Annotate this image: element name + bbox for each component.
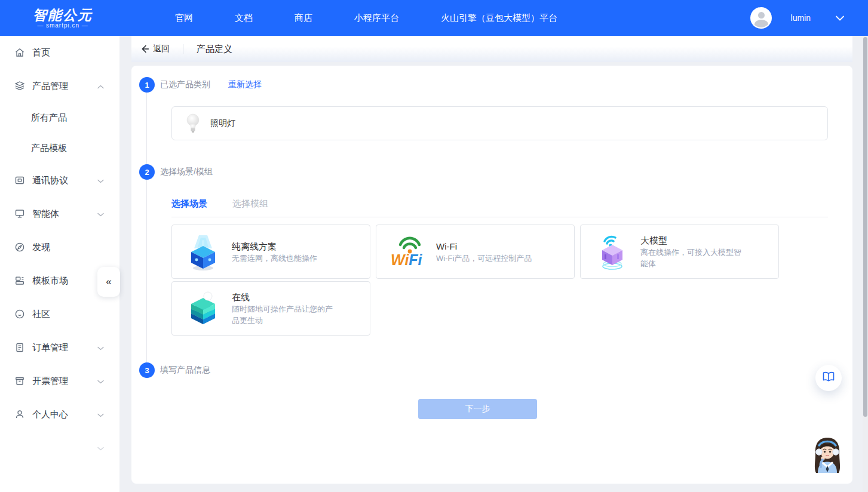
open-book-icon — [822, 371, 835, 385]
sidebar-item-product-templates[interactable]: 产品模板 — [0, 133, 119, 164]
user-icon — [14, 409, 25, 420]
step-3-header: 填写产品信息 — [160, 362, 210, 378]
compass-icon — [14, 242, 25, 253]
sidebar-item-home[interactable]: 首页 — [0, 36, 119, 69]
sidebar-item-invoice-management[interactable]: 开票管理 — [0, 364, 119, 398]
sidebar-item-label: 开票管理 — [32, 376, 68, 387]
step-2-badge: 2 — [139, 164, 155, 180]
lightbulb-icon — [185, 113, 201, 134]
sidebar-item-label: 产品管理 — [32, 81, 68, 92]
sidebar-item-communication-protocol[interactable]: 通讯协议 — [0, 164, 119, 197]
scenario-card-llm[interactable]: 大模型 离在线操作，可接入大模型智能体 — [580, 225, 779, 279]
chevron-down-icon — [97, 175, 104, 186]
sidebar-item-label: 所有产品 — [31, 112, 67, 124]
tab-select-scene[interactable]: 选择场景 — [171, 198, 207, 210]
step-1-label: 已选产品类别 — [160, 79, 210, 90]
scenario-card-offline[interactable]: 纯离线方案 无需连网，离线也能操作 — [171, 225, 370, 279]
sidebar-collapse-button[interactable]: « — [97, 267, 120, 297]
scenario-card-online[interactable]: 在线 随时随地可操作产品让您的产品更生动 — [171, 281, 370, 336]
scenario-desc: Wi-Fi产品，可远程控制产品 — [436, 253, 532, 264]
avatar[interactable] — [750, 7, 772, 29]
product-definition-panel: 1 已选产品类别 重新选择 照明灯 2 选择场景/模组 选择场景 — [131, 66, 852, 484]
sidebar-item-label: 个人中心 — [32, 409, 68, 420]
scene-module-tabs: 选择场景 选择模组 — [171, 198, 268, 210]
reselect-link[interactable]: 重新选择 — [228, 79, 262, 90]
assistant-avatar[interactable] — [807, 436, 848, 476]
community-icon — [14, 309, 25, 319]
step-1-header: 已选产品类别 重新选择 — [160, 77, 262, 93]
svg-text:WiFi: WiFi — [391, 251, 423, 268]
app-header: 智能公元 — smartpi.cn — 官网 文档 商店 小程序平台 火山引擎（… — [0, 0, 868, 36]
selected-product-name: 照明灯 — [210, 118, 235, 129]
nav-item-volcano-engine-platform[interactable]: 火山引擎（豆包大模型）平台 — [420, 0, 578, 36]
sidebar-item-order-management[interactable]: 订单管理 — [0, 331, 119, 364]
step-2-label: 选择场景/模组 — [160, 167, 213, 177]
scenario-title: Wi-Fi — [436, 240, 532, 253]
nav-item-official-site[interactable]: 官网 — [154, 0, 214, 36]
step-connector-line — [146, 85, 147, 370]
sidebar-item-product-management[interactable]: 产品管理 — [0, 69, 119, 103]
back-arrow-icon — [140, 44, 149, 54]
chevron-down-icon — [97, 208, 104, 219]
sidebar: 首页 产品管理 所有产品 产品模板 通讯协议 — [0, 36, 119, 492]
scenario-grid: 纯离线方案 无需连网，离线也能操作 WiFi — [171, 225, 779, 336]
back-label: 返回 — [153, 44, 170, 54]
chevron-down-icon — [97, 409, 104, 420]
next-step-button[interactable]: 下一步 — [418, 399, 537, 419]
sidebar-item-label: 首页 — [32, 47, 50, 59]
collapse-sidebar-icon: « — [106, 276, 111, 288]
tab-select-module[interactable]: 选择模组 — [232, 198, 268, 210]
llm-cube-icon — [593, 233, 631, 271]
scenario-desc: 随时随地可操作产品让您的产品更生动 — [232, 303, 338, 326]
step-3-label: 填写产品信息 — [160, 365, 210, 376]
docs-floating-button[interactable] — [815, 365, 842, 391]
step-3-badge: 3 — [139, 362, 155, 378]
step-1-badge: 1 — [139, 77, 155, 93]
chevron-down-icon[interactable] — [836, 16, 844, 21]
screen: 智能公元 — smartpi.cn — 官网 文档 商店 小程序平台 火山引擎（… — [0, 0, 868, 492]
chevron-down-icon — [97, 342, 104, 353]
step-2-header: 选择场景/模组 — [160, 164, 213, 180]
tab-divider — [171, 217, 828, 217]
home-icon — [14, 47, 25, 58]
selected-product-card[interactable]: 照明灯 — [171, 106, 828, 140]
scrollbar[interactable] — [863, 36, 868, 492]
sidebar-item-agent[interactable]: 智能体 — [0, 197, 119, 230]
sidebar-item-community[interactable]: 社区 — [0, 297, 119, 331]
chevron-down-icon — [97, 376, 104, 386]
sidebar-item-label: 智能体 — [32, 208, 59, 220]
nav-item-docs[interactable]: 文档 — [214, 0, 274, 36]
sidebar-item-label: 产品模板 — [31, 143, 67, 154]
sidebar-item-all-products[interactable]: 所有产品 — [0, 103, 119, 133]
header-nav: 官网 文档 商店 小程序平台 火山引擎（豆包大模型）平台 — [154, 0, 578, 36]
page-title: 产品定义 — [197, 44, 232, 55]
nav-item-miniprogram-platform[interactable]: 小程序平台 — [333, 0, 420, 36]
sidebar-item-label: 订单管理 — [32, 342, 68, 353]
monitor-icon — [14, 208, 25, 219]
sidebar-item-personal-center[interactable]: 个人中心 — [0, 398, 119, 431]
logo-title: 智能公元 — [24, 8, 102, 22]
protocol-icon — [14, 175, 25, 186]
offline-cube-icon — [184, 233, 222, 271]
layers-icon — [14, 81, 25, 91]
template-market-icon — [14, 275, 25, 286]
sidebar-item-discover[interactable]: 发现 — [0, 230, 119, 264]
scenario-title: 在线 — [232, 291, 338, 303]
page-topbar: 返回 产品定义 — [131, 36, 852, 62]
chevron-up-icon — [97, 81, 104, 91]
sidebar-item-label: 社区 — [32, 309, 50, 320]
scenario-title: 纯离线方案 — [232, 240, 317, 253]
sidebar-item-extra[interactable] — [0, 431, 119, 465]
sidebar-item-label: 模板市场 — [32, 275, 68, 287]
scenario-card-wifi[interactable]: WiFi Wi-Fi Wi-Fi产品，可远程控制产品 — [376, 225, 575, 279]
back-button[interactable]: 返回 — [140, 44, 170, 54]
scrollbar-thumb[interactable] — [863, 37, 867, 417]
sidebar-item-label: 发现 — [32, 242, 50, 253]
logo[interactable]: 智能公元 — smartpi.cn — — [24, 8, 102, 29]
logo-subtitle: — smartpi.cn — — [24, 22, 102, 29]
scenario-desc: 无需连网，离线也能操作 — [232, 253, 317, 264]
nav-item-store[interactable]: 商店 — [274, 0, 333, 36]
username[interactable]: lumin — [791, 13, 811, 23]
orders-icon — [14, 342, 25, 353]
user-area: lumin — [750, 0, 844, 36]
